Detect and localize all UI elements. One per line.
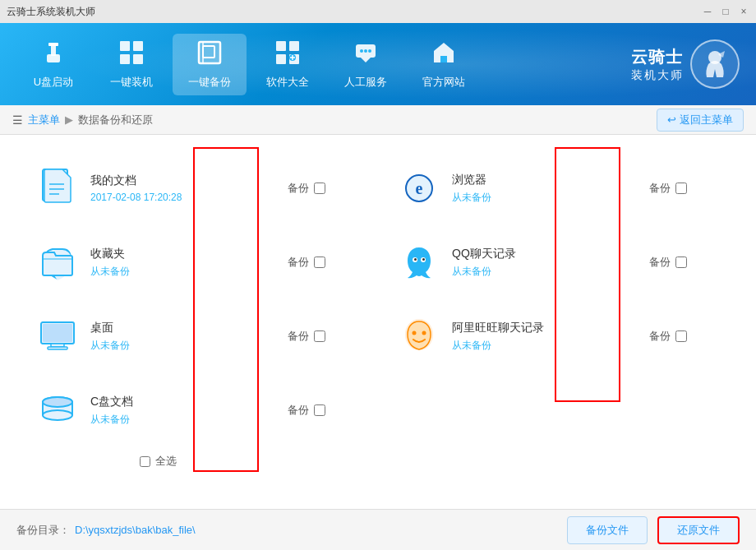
title-text: 云骑士系统装机大师 <box>7 5 95 19</box>
list-item: QQ聊天记录 从未备份 备份 <box>394 225 723 299</box>
main-content: 我的文档 2017-02-08 17:20:28 备份 <box>0 135 756 509</box>
maximize-btn[interactable]: □ <box>720 6 731 17</box>
browser-backup-checkbox[interactable] <box>675 183 687 194</box>
minimize-btn[interactable]: ─ <box>702 6 713 17</box>
ali-date: 从未备份 <box>452 339 649 353</box>
docs-backup-label: 备份 <box>288 181 309 196</box>
back-button[interactable]: ↩ 返回主菜单 <box>657 109 744 132</box>
tab-install[interactable]: 一键装机 <box>94 34 168 95</box>
svg-rect-12 <box>276 54 286 64</box>
breadcrumb-separator: ▶ <box>65 113 73 126</box>
svg-rect-31 <box>48 347 67 349</box>
breadcrumb-bar: ☰ 主菜单 ▶ 数据备份和还原 ↩ 返回主菜单 <box>0 105 756 135</box>
favorites-name: 收藏夹 <box>90 247 288 261</box>
ali-name: 阿里旺旺聊天记录 <box>452 321 649 335</box>
usb-icon <box>40 39 67 70</box>
svg-text:e: e <box>416 179 423 197</box>
qq-name: QQ聊天记录 <box>452 247 649 261</box>
tab-install-label: 一键装机 <box>110 75 153 90</box>
qq-info: QQ聊天记录 从未备份 <box>452 247 649 279</box>
tab-usb[interactable]: U盘启动 <box>16 34 90 95</box>
desktop-icon <box>33 321 82 352</box>
svg-rect-11 <box>289 41 299 51</box>
svg-rect-22 <box>440 56 447 62</box>
cdrive-name: C盘文档 <box>90 395 288 409</box>
right-section: e 浏览器 从未备份 备份 <box>394 151 723 492</box>
ali-backup-checkbox[interactable] <box>675 330 687 342</box>
desktop-backup-label: 备份 <box>288 329 309 344</box>
backup-dir-path[interactable]: D:\yqsxtzjds\bak\bak_file\ <box>75 524 196 536</box>
title-bar: 云骑士系统装机大师 ─ □ × <box>0 0 756 23</box>
backup-file-button[interactable]: 备份文件 <box>567 516 648 544</box>
browser-backup-ctrl: 备份 <box>649 181 723 196</box>
tab-service[interactable]: 人工服务 <box>329 34 403 95</box>
svg-point-20 <box>364 49 367 53</box>
tab-website-label: 官方网站 <box>422 75 465 90</box>
cdrive-info: C盘文档 从未备份 <box>90 395 288 427</box>
restore-file-button[interactable]: 还原文件 <box>657 516 740 544</box>
favorites-backup-label: 备份 <box>288 255 309 270</box>
tab-backup-label: 一键备份 <box>188 75 231 90</box>
browser-icon: e <box>394 172 444 205</box>
svg-point-45 <box>413 331 417 335</box>
svg-rect-29 <box>43 324 72 342</box>
ali-info: 阿里旺旺聊天记录 从未备份 <box>452 321 649 353</box>
tab-usb-label: U盘启动 <box>34 75 73 90</box>
qq-backup-checkbox[interactable] <box>675 257 687 268</box>
back-icon: ↩ <box>667 113 676 126</box>
svg-rect-1 <box>51 44 56 56</box>
close-btn[interactable]: × <box>738 6 749 17</box>
select-all-label: 全选 <box>155 454 177 469</box>
back-label: 返回主菜单 <box>680 113 733 127</box>
desktop-backup-checkbox[interactable] <box>314 330 325 342</box>
browser-date: 从未备份 <box>452 191 649 205</box>
select-all-row: 全选 <box>140 447 362 475</box>
window-controls: ─ □ × <box>702 6 749 17</box>
svg-rect-5 <box>120 54 130 64</box>
list-item: 桌面 从未备份 备份 <box>33 299 362 373</box>
tab-website[interactable]: 官方网站 <box>407 34 481 95</box>
svg-rect-3 <box>120 41 130 51</box>
svg-point-19 <box>360 49 363 53</box>
drive-icon <box>33 394 82 427</box>
breadcrumb-current: 数据备份和还原 <box>78 113 153 127</box>
desktop-name: 桌面 <box>90 321 288 335</box>
qq-date: 从未备份 <box>452 265 649 279</box>
svg-point-37 <box>43 397 72 407</box>
docs-backup-checkbox[interactable] <box>314 183 325 194</box>
breadcrumb-home[interactable]: 主菜单 <box>28 113 60 127</box>
cdrive-backup-label: 备份 <box>288 403 309 418</box>
install-icon <box>118 39 145 70</box>
ali-backup-ctrl: 备份 <box>649 329 723 344</box>
svg-rect-6 <box>133 54 143 64</box>
action-buttons: 备份文件 还原文件 <box>567 516 740 544</box>
svg-marker-18 <box>361 58 371 62</box>
favorites-backup-checkbox[interactable] <box>314 257 325 268</box>
ali-backup-label: 备份 <box>649 329 671 344</box>
breadcrumb-left: ☰ 主菜单 ▶ 数据备份和还原 <box>12 113 153 127</box>
svg-point-36 <box>43 410 72 420</box>
tab-backup[interactable]: 一键备份 <box>173 34 247 95</box>
nav-tabs: U盘启动 一键装机 一键备份 <box>16 34 481 95</box>
list-item: C盘文档 从未备份 备份 <box>33 373 362 447</box>
docs-backup-ctrl: 备份 <box>288 181 362 196</box>
tab-service-label: 人工服务 <box>344 75 387 90</box>
left-section: 我的文档 2017-02-08 17:20:28 备份 <box>33 151 362 492</box>
svg-point-21 <box>368 49 371 53</box>
tab-software-label: 软件大全 <box>266 75 309 90</box>
browser-info: 浏览器 从未备份 <box>452 173 649 205</box>
cdrive-backup-ctrl: 备份 <box>288 403 362 418</box>
nav-header: U盘启动 一键装机 一键备份 <box>0 23 756 105</box>
select-all-checkbox[interactable] <box>140 456 150 467</box>
tab-software[interactable]: 软件大全 <box>251 34 325 95</box>
app-logo: 云骑士 装机大师 <box>631 39 740 89</box>
service-icon <box>353 39 379 70</box>
software-icon <box>274 39 301 70</box>
desktop-info: 桌面 从未备份 <box>90 321 288 353</box>
svg-rect-4 <box>133 41 143 51</box>
items-grid: 我的文档 2017-02-08 17:20:28 备份 <box>33 151 723 492</box>
svg-rect-10 <box>276 41 286 51</box>
favorites-icon <box>33 244 82 280</box>
backup-dir-label: 备份目录： <box>16 523 70 538</box>
cdrive-backup-checkbox[interactable] <box>314 404 325 416</box>
